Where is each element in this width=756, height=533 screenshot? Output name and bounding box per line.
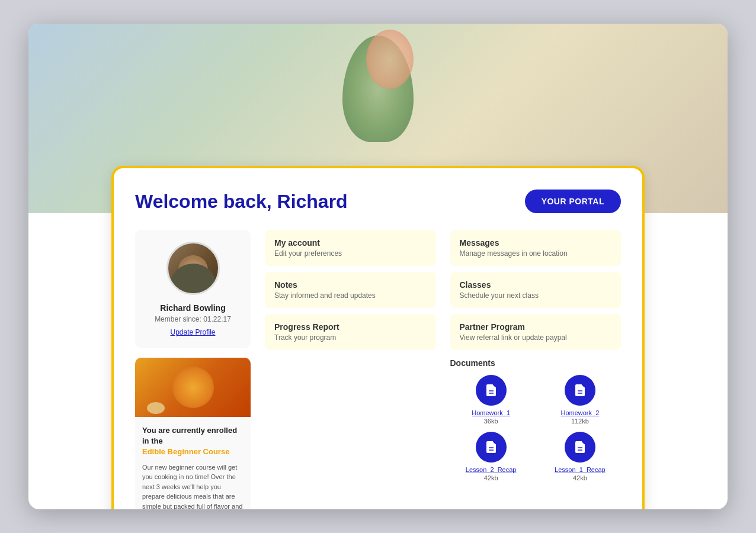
profile-name: Richard Bowling [160, 303, 225, 313]
menu-my-account-desc: Edit your preferences [274, 249, 427, 258]
screen-frame: Welcome back, Richard YOUR PORTAL Richar… [28, 24, 728, 509]
menu-classes-title: Classes [460, 280, 612, 290]
doc-homework1[interactable]: Homework_1 36kb [450, 375, 532, 425]
course-enrolled-text: You are currently enrolled in the Edible… [142, 425, 244, 458]
doc-homework1-icon [476, 375, 507, 406]
menu-messages[interactable]: Messages Manage messages in one location [450, 230, 622, 266]
doc-homework2-icon [565, 375, 595, 406]
portal-card: Welcome back, Richard YOUR PORTAL Richar… [111, 166, 645, 509]
welcome-title: Welcome back, Richard [135, 191, 348, 213]
doc-lesson2-size: 42kb [484, 474, 498, 481]
profile-card: Richard Bowling Member since: 01.22.17 U… [135, 230, 251, 348]
doc-lesson1-recap[interactable]: Lesson_1_Recap 42kb [539, 432, 621, 481]
menu-my-account[interactable]: My account Edit your preferences [265, 230, 436, 266]
menu-progress-title: Progress Report [274, 322, 427, 332]
course-text: You are currently enrolled in the Edible… [135, 417, 251, 509]
doc-lesson2-recap[interactable]: Lesson_2_Recap 42kb [450, 432, 532, 481]
doc-homework1-name: Homework_1 [472, 409, 510, 416]
doc-lesson2-icon [476, 432, 507, 463]
menu-progress-report[interactable]: Progress Report Track your program [265, 314, 436, 350]
middle-column: My account Edit your preferences Notes S… [265, 230, 436, 509]
doc-homework2-size: 112kb [571, 418, 589, 425]
menu-classes-desc: Schedule your next class [460, 291, 612, 300]
course-name-link[interactable]: Edible Beginner Course [142, 447, 229, 456]
left-column: Richard Bowling Member since: 01.22.17 U… [135, 230, 251, 509]
portal-header: Welcome back, Richard YOUR PORTAL [135, 190, 621, 213]
documents-title: Documents [450, 358, 622, 368]
doc-homework2[interactable]: Homework_2 112kb [539, 375, 621, 425]
avatar [166, 242, 220, 295]
menu-partner-program[interactable]: Partner Program View referral link or up… [450, 314, 622, 350]
doc-lesson1-icon [565, 432, 595, 463]
portal-button[interactable]: YOUR PORTAL [525, 190, 621, 213]
doc-homework1-size: 36kb [484, 418, 498, 425]
update-profile-link[interactable]: Update Profile [170, 328, 215, 336]
menu-messages-title: Messages [460, 238, 612, 248]
menu-notes[interactable]: Notes Stay informed and read updates [265, 272, 436, 308]
course-card: You are currently enrolled in the Edible… [135, 358, 251, 509]
portal-body: Richard Bowling Member since: 01.22.17 U… [135, 230, 621, 509]
documents-grid: Homework_1 36kb [450, 375, 622, 481]
doc-lesson1-name: Lesson_1_Recap [555, 466, 606, 473]
doc-homework2-name: Homework_2 [560, 409, 599, 416]
doc-lesson1-size: 42kb [573, 474, 587, 481]
menu-partner-title: Partner Program [460, 322, 612, 332]
menu-notes-desc: Stay informed and read updates [274, 291, 427, 300]
doc-lesson2-name: Lesson_2_Recap [466, 466, 517, 473]
menu-notes-title: Notes [274, 280, 427, 290]
menu-messages-desc: Manage messages in one location [460, 249, 612, 258]
menu-progress-desc: Track your program [274, 333, 427, 342]
course-description: Our new beginner course will get you coo… [142, 463, 244, 509]
menu-partner-desc: View referral link or update paypal [460, 333, 612, 342]
right-column: Messages Manage messages in one location… [450, 230, 622, 509]
enrolled-label: You are currently enrolled in the [142, 426, 237, 445]
menu-classes[interactable]: Classes Schedule your next class [450, 272, 622, 308]
course-image [135, 358, 251, 417]
documents-section: Documents Homework_1 [450, 358, 622, 481]
profile-member-since: Member since: 01.22.17 [155, 315, 231, 323]
menu-my-account-title: My account [274, 238, 427, 248]
